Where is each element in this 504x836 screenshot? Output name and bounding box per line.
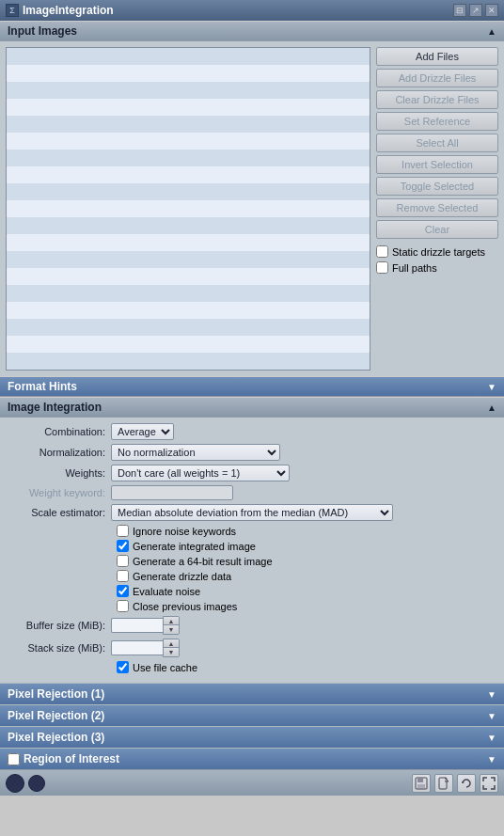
- weights-select[interactable]: Don't care (all weights = 1): [111, 465, 290, 481]
- input-images-label: Input Images: [8, 24, 77, 38]
- app-icon: Σ: [6, 4, 19, 17]
- file-list-row[interactable]: [7, 116, 370, 133]
- file-list-row[interactable]: [7, 166, 370, 183]
- buffer-size-input[interactable]: 32: [111, 618, 163, 633]
- weights-row: Weights: Don't care (all weights = 1): [8, 465, 496, 481]
- full-paths-label: Full paths: [392, 262, 437, 274]
- generate-integrated-image-label: Generate integrated image: [133, 541, 256, 552]
- save-icon: [415, 777, 428, 790]
- region-of-interest-arrow: ▼: [487, 754, 496, 765]
- close-button[interactable]: ✕: [485, 4, 498, 17]
- toolbar-right: [412, 774, 498, 793]
- combination-select[interactable]: Average: [111, 423, 174, 440]
- pixel-rejection-3-arrow: ▼: [487, 733, 496, 743]
- input-images-header[interactable]: Input Images ▲: [0, 21, 504, 41]
- static-drizzle-label: Static drizzle targets: [392, 246, 485, 258]
- file-list-row[interactable]: [7, 268, 370, 285]
- toolbar-left: [6, 774, 45, 793]
- file-list-row[interactable]: [7, 319, 370, 336]
- image-integration-header[interactable]: Image Integration ▲: [0, 397, 504, 418]
- file-list-row[interactable]: [7, 183, 370, 200]
- ignore-noise-keywords-checkbox[interactable]: [117, 525, 129, 537]
- use-file-cache-row: Use file cache: [117, 661, 496, 673]
- use-file-cache-label: Use file cache: [133, 662, 197, 673]
- stack-size-down-button[interactable]: ▼: [164, 648, 179, 656]
- region-of-interest-header[interactable]: Region of Interest ▼: [0, 749, 504, 769]
- add-files-button[interactable]: Add Files: [376, 47, 498, 66]
- static-drizzle-row: Static drizzle targets: [376, 245, 498, 258]
- window-title: ImageIntegration: [23, 4, 114, 17]
- generate-64bit-label: Generate a 64-bit result image: [133, 556, 273, 567]
- file-button[interactable]: [434, 774, 453, 793]
- buffer-size-up-button[interactable]: ▲: [164, 617, 179, 625]
- format-hints-arrow: ▼: [487, 382, 496, 392]
- save-button[interactable]: [412, 774, 431, 793]
- evaluate-noise-checkbox[interactable]: [117, 585, 129, 597]
- file-list-row[interactable]: [7, 251, 370, 268]
- pixel-rejection-1-header[interactable]: Pixel Rejection (1) ▼: [0, 684, 504, 704]
- scale-estimator-label: Scale estimator:: [8, 507, 111, 518]
- add-drizzle-files-button[interactable]: Add Drizzle Files: [376, 69, 498, 87]
- title-bar-controls: ⊟ ↗ ✕: [453, 4, 498, 17]
- expand-button[interactable]: [480, 774, 498, 793]
- buffer-size-down-button[interactable]: ▼: [164, 625, 179, 634]
- file-list-row[interactable]: [7, 217, 370, 234]
- remove-selected-button[interactable]: Remove Selected: [376, 198, 498, 217]
- weight-keyword-input[interactable]: [111, 485, 233, 500]
- file-list[interactable]: [6, 47, 370, 371]
- format-hints-header[interactable]: Format Hints ▼: [0, 376, 504, 397]
- pixel-rejection-2-header[interactable]: Pixel Rejection (2) ▼: [0, 705, 504, 726]
- pixel-rejection-2-label: Pixel Rejection (2): [8, 709, 104, 722]
- normalization-select[interactable]: No normalization: [111, 444, 280, 461]
- static-drizzle-checkbox[interactable]: [376, 245, 388, 258]
- dot-button[interactable]: [28, 775, 45, 792]
- generate-integrated-image-checkbox[interactable]: [117, 540, 129, 552]
- file-list-row[interactable]: [7, 65, 370, 82]
- file-list-row[interactable]: [7, 150, 370, 166]
- file-list-row[interactable]: [7, 99, 370, 116]
- pixel-rejection-2-arrow: ▼: [487, 711, 496, 721]
- full-paths-checkbox[interactable]: [376, 261, 388, 274]
- file-list-row[interactable]: [7, 285, 370, 302]
- use-file-cache-checkbox[interactable]: [117, 661, 129, 673]
- toggle-selected-button[interactable]: Toggle Selected: [376, 177, 498, 196]
- reset-button[interactable]: [457, 774, 476, 793]
- pixel-rejection-3-header[interactable]: Pixel Rejection (3) ▼: [0, 727, 504, 748]
- normalization-label: Normalization:: [8, 447, 111, 458]
- stack-size-up-button[interactable]: ▲: [164, 639, 179, 648]
- buffer-size-spin-buttons: ▲ ▼: [163, 616, 180, 635]
- file-list-row[interactable]: [7, 302, 370, 319]
- scale-estimator-select[interactable]: Median absolute deviation from the media…: [111, 504, 393, 521]
- generate-drizzle-data-checkbox[interactable]: [117, 570, 129, 582]
- file-list-row[interactable]: [7, 133, 370, 150]
- generate-64bit-checkbox[interactable]: [117, 555, 129, 567]
- pixel-rejection-1-section: Pixel Rejection (1) ▼: [0, 683, 504, 704]
- pixel-rejection-1-arrow: ▼: [487, 689, 496, 700]
- combination-row: Combination: Average: [8, 423, 496, 440]
- normalization-row: Normalization: No normalization: [8, 444, 496, 461]
- generate-drizzle-data-row: Generate drizzle data: [117, 570, 496, 582]
- minimize-button[interactable]: ⊟: [453, 4, 466, 17]
- file-list-row[interactable]: [7, 82, 370, 99]
- select-all-button[interactable]: Select All: [376, 134, 498, 152]
- evaluate-noise-label: Evaluate noise: [133, 586, 200, 597]
- file-list-row[interactable]: [7, 336, 370, 353]
- file-list-row[interactable]: [7, 200, 370, 217]
- set-reference-button[interactable]: Set Reference: [376, 112, 498, 131]
- file-list-row[interactable]: [7, 48, 370, 65]
- integration-checkboxes: Ignore noise keywords Generate integrate…: [117, 525, 496, 612]
- stack-size-input[interactable]: 2048: [111, 640, 163, 655]
- maximize-button[interactable]: ↗: [469, 4, 482, 17]
- region-of-interest-label: Region of Interest: [24, 752, 119, 765]
- stack-size-spin-buttons: ▲ ▼: [163, 639, 180, 657]
- clear-button[interactable]: Clear: [376, 220, 498, 239]
- file-list-row[interactable]: [7, 353, 370, 370]
- region-of-interest-checkbox[interactable]: [8, 753, 20, 765]
- invert-selection-button[interactable]: Invert Selection: [376, 155, 498, 174]
- file-list-row[interactable]: [7, 234, 370, 251]
- circle-button[interactable]: [6, 774, 24, 793]
- clear-drizzle-files-button[interactable]: Clear Drizzle Files: [376, 90, 498, 109]
- close-previous-images-checkbox[interactable]: [117, 600, 129, 612]
- input-checkboxes: Static drizzle targets Full paths: [376, 242, 498, 276]
- input-images-body: Add Files Add Drizzle Files Clear Drizzl…: [0, 41, 504, 376]
